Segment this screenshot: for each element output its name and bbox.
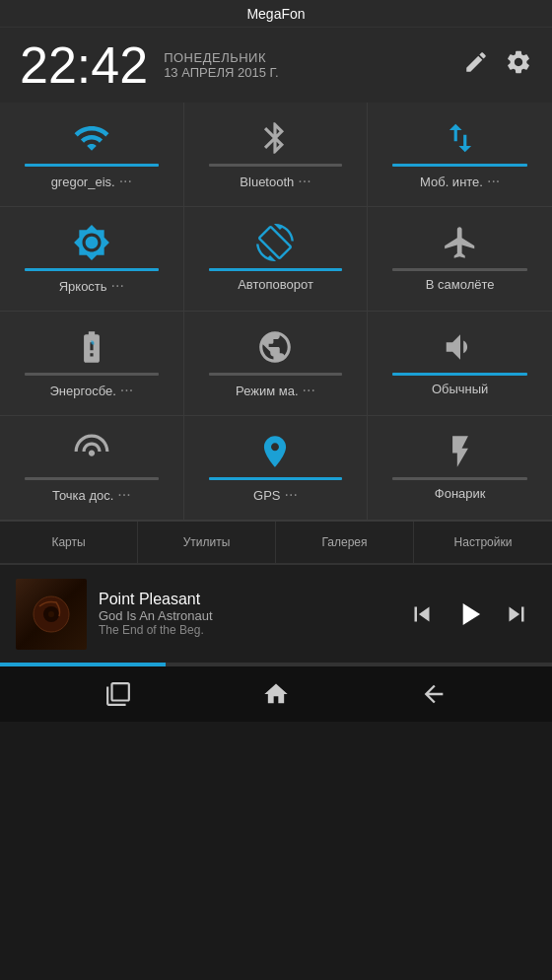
tab-maps[interactable]: Карты [0, 522, 138, 563]
next-button[interactable] [497, 595, 536, 634]
airplane-label-row: В самолёте [426, 277, 495, 292]
recent-apps-button[interactable] [95, 670, 142, 718]
bluetooth-indicator [209, 164, 343, 167]
browser-label: Режим ма. [236, 384, 298, 398]
rotate-indicator [209, 268, 343, 271]
music-player: Point Pleasant God Is An Astronaut The E… [0, 564, 552, 663]
hotspot-indicator [25, 477, 159, 480]
clock-icons [463, 48, 532, 82]
flashlight-icon [442, 430, 479, 473]
clock-area: 22:42 ПОНЕДЕЛЬНИК 13 АПРЕЛЯ 2015 Г. [0, 28, 552, 103]
tab-settings[interactable]: Настройки [414, 522, 552, 563]
day-name: ПОНЕДЕЛЬНИК [164, 50, 278, 65]
back-button[interactable] [410, 670, 457, 718]
album-art-image [16, 579, 87, 650]
brightness-icon [73, 221, 110, 264]
album-art [16, 579, 87, 650]
hotspot-label-row: Точка дос. ··· [52, 486, 131, 504]
tile-wifi[interactable]: gregor_eis. ··· [0, 103, 184, 206]
volume-label-row: Обычный [432, 382, 488, 396]
battery-indicator [25, 373, 159, 376]
gps-indicator [209, 477, 343, 480]
browser-indicator [209, 373, 343, 376]
flashlight-label-row: Фонарик [435, 486, 486, 501]
tile-gps[interactable]: GPS ··· [184, 416, 369, 520]
song-album: The End of the Beg. [99, 623, 390, 637]
settings-icon[interactable] [505, 48, 532, 82]
battery-dots[interactable]: ··· [120, 382, 133, 399]
browser-icon [256, 325, 294, 369]
tile-volume[interactable]: Обычный [368, 312, 552, 415]
song-artist: God Is An Astronaut [99, 608, 390, 623]
tab-gallery[interactable]: Галерея [276, 522, 414, 563]
volume-indicator [392, 373, 527, 376]
clock-time: 22:42 [20, 39, 148, 91]
gps-label: GPS [253, 488, 280, 503]
tile-data[interactable]: Моб. инте. ··· [368, 103, 552, 206]
bottom-tabs: Карты Утилиты Галерея Настройки [0, 521, 552, 564]
home-button[interactable] [252, 670, 300, 718]
airplane-label: В самолёте [426, 277, 495, 292]
song-title: Point Pleasant [99, 591, 390, 608]
player-controls [402, 595, 536, 634]
tile-bluetooth[interactable]: Bluetooth ··· [184, 103, 369, 206]
qs-row-1: gregor_eis. ··· Bluetooth ··· [0, 103, 552, 207]
flashlight-label: Фонарик [435, 486, 486, 501]
data-label-row: Моб. инте. ··· [420, 173, 500, 190]
wifi-indicator [25, 164, 159, 167]
brightness-label: Яркость [59, 279, 107, 294]
qs-row-4: Точка дос. ··· GPS ··· [0, 416, 552, 521]
tile-hotspot[interactable]: Точка дос. ··· [0, 416, 184, 520]
hotspot-dots[interactable]: ··· [117, 486, 130, 504]
bluetooth-dots[interactable]: ··· [298, 173, 310, 190]
tile-brightness[interactable]: Яркость ··· [0, 207, 184, 311]
tile-airplane[interactable]: В самолёте [368, 207, 552, 311]
rotate-icon [256, 221, 294, 264]
brightness-label-row: Яркость ··· [59, 277, 124, 295]
clock-left: 22:42 ПОНЕДЕЛЬНИК 13 АПРЕЛЯ 2015 Г. [20, 39, 279, 91]
tile-rotate[interactable]: Автоповорот [184, 207, 369, 311]
data-icon [442, 116, 479, 160]
wifi-label-row: gregor_eis. ··· [51, 173, 132, 190]
brightness-indicator [25, 268, 159, 271]
volume-label: Обычный [432, 382, 488, 396]
date-string: 13 АПРЕЛЯ 2015 Г. [164, 65, 278, 80]
gps-label-row: GPS ··· [253, 486, 298, 504]
bluetooth-label-row: Bluetooth ··· [240, 173, 310, 190]
date-info: ПОНЕДЕЛЬНИК 13 АПРЕЛЯ 2015 Г. [164, 50, 278, 80]
brightness-dots[interactable]: ··· [111, 277, 124, 295]
bluetooth-label: Bluetooth [240, 175, 294, 189]
hotspot-label: Точка дос. [52, 488, 113, 503]
battery-label-row: Энергосбе. ··· [50, 382, 134, 399]
volume-icon [442, 325, 479, 369]
qs-row-3: Энергосбе. ··· Режим ма. ··· [0, 312, 552, 416]
wifi-label: gregor_eis. [51, 175, 115, 189]
flashlight-indicator [392, 477, 527, 480]
wifi-icon [73, 116, 110, 160]
bluetooth-icon [256, 116, 294, 160]
qs-row-2: Яркость ··· Автоповорот [0, 207, 552, 312]
battery-icon [73, 325, 110, 369]
data-dots[interactable]: ··· [487, 173, 500, 190]
svg-point-2 [48, 611, 54, 617]
quick-settings: gregor_eis. ··· Bluetooth ··· [0, 103, 552, 521]
data-indicator [392, 164, 527, 167]
gps-dots[interactable]: ··· [285, 486, 298, 504]
rotate-label-row: Автоповорот [238, 277, 313, 292]
hotspot-icon [73, 430, 110, 473]
status-bar: MegaFon [0, 0, 552, 28]
wifi-dots[interactable]: ··· [119, 173, 132, 190]
airplane-indicator [392, 268, 527, 271]
tile-battery[interactable]: Энергосбе. ··· [0, 312, 184, 415]
play-button[interactable] [449, 595, 489, 634]
browser-label-row: Режим ма. ··· [236, 382, 315, 399]
prev-button[interactable] [402, 595, 442, 634]
gps-icon [256, 430, 294, 473]
tile-browser[interactable]: Режим ма. ··· [184, 312, 369, 415]
browser-dots[interactable]: ··· [303, 382, 315, 399]
carrier-name: MegaFon [246, 6, 305, 22]
edit-icon[interactable] [463, 49, 489, 81]
tab-utilities[interactable]: Утилиты [138, 522, 276, 563]
tile-flashlight[interactable]: Фонарик [368, 416, 552, 520]
airplane-icon [442, 221, 479, 264]
